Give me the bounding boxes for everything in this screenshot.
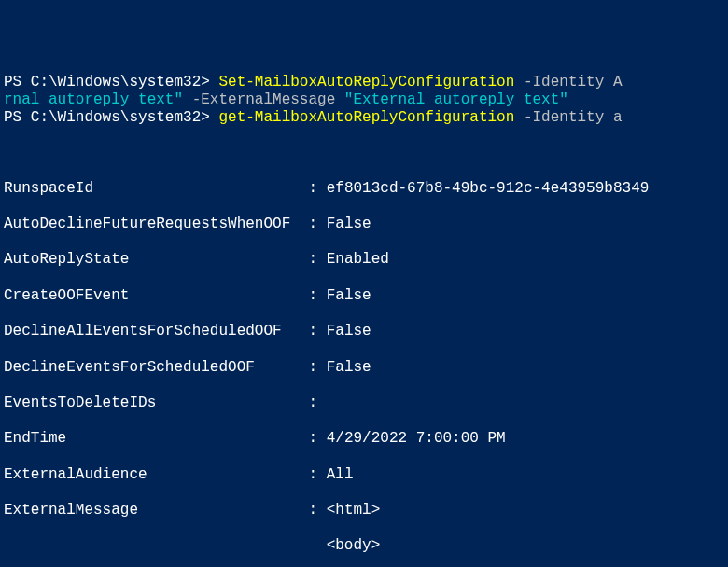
ps-prompt-2: PS C:\Windows\system32> [4,109,218,126]
prop-autodecline: AutoDeclineFutureRequestsWhenOOF : False [4,215,724,233]
prop-autoreplystate: AutoReplyState : Enabled [4,251,724,269]
param-identity-1: -Identity [514,74,613,90]
prop-declineall: DeclineAllEventsForScheduledOOF : False [4,323,724,340]
command-line-1-continued[interactable]: rnal autoreply text" -ExternalMessage "E… [4,91,724,109]
prop-externalmessage-l2: <body> [4,537,724,555]
prop-externalaudience: ExternalAudience : All [4,466,724,484]
param-externalmessage: -ExternalMessage [183,91,344,108]
command-line-1[interactable]: PS C:\Windows\system32> Set-MailboxAutoR… [4,74,724,91]
string-part-1: rnal autoreply text" [4,91,183,108]
trailing-2: a [613,109,623,126]
prop-runspaceid: RunspaceId : ef8013cd-67b8-49bc-912c-4e4… [4,180,724,198]
prop-eventsdelete: EventsToDeleteIDs : [4,394,724,412]
prop-createoof: CreateOOFEvent : False [4,287,724,305]
param-identity-2: -Identity [514,109,613,126]
prop-endtime: EndTime : 4/29/2022 7:00:00 PM [4,430,724,448]
trailing-1: A [613,74,623,90]
cmdlet-get: get-MailboxAutoReplyConfiguration [218,109,514,126]
prop-externalmessage: ExternalMessage : <html> [4,502,724,519]
string-external: "External autoreply text" [344,91,568,108]
prop-declineevents: DeclineEventsForScheduledOOF : False [4,359,724,377]
cmdlet-set: Set-MailboxAutoReplyConfiguration [218,74,514,90]
output-block: RunspaceId : ef8013cd-67b8-49bc-912c-4e4… [4,162,724,568]
ps-prompt: PS C:\Windows\system32> [4,74,218,90]
command-line-2[interactable]: PS C:\Windows\system32> get-MailboxAutoR… [4,109,724,127]
